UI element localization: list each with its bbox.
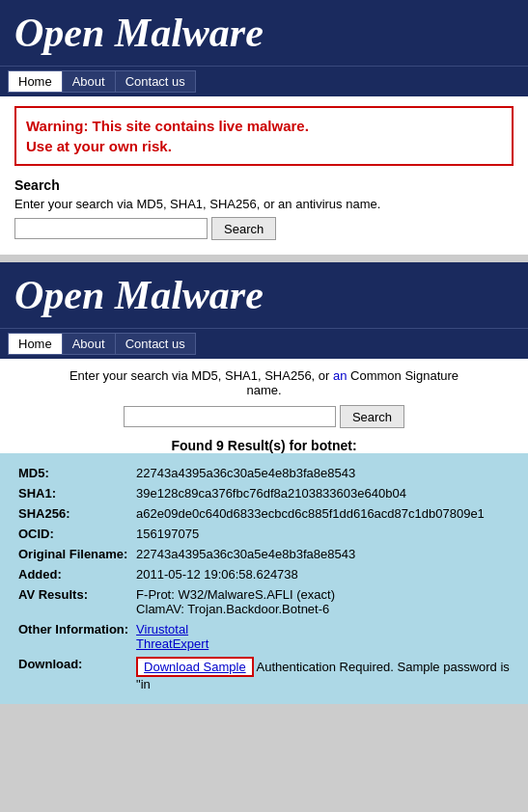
av-results-value: F-Prot: W32/MalwareS.AFLI (exact) ClamAV…	[132, 584, 514, 619]
virustotal-link[interactable]: Virustotal	[136, 622, 188, 636]
bottom-search-desc-text1: Enter your search via MD5, SHA1, SHA256,…	[69, 368, 333, 383]
added-label: Added:	[14, 564, 132, 584]
warning-line1: Warning: This site contains live malware…	[26, 116, 502, 136]
table-row: Added: 2011-05-12 19:06:58.624738	[14, 564, 514, 584]
table-row: MD5: 22743a4395a36c30a5e4e8b3fa8e8543	[14, 463, 514, 483]
top-search-row: Search	[14, 217, 514, 240]
bottom-search-desc: Enter your search via MD5, SHA1, SHA256,…	[14, 368, 514, 397]
table-row: AV Results: F-Prot: W32/MalwareS.AFLI (e…	[14, 584, 514, 619]
table-row: SHA256: a62e09de0c640d6833ecbcd6c885f1dd…	[14, 503, 514, 524]
sha256-value: a62e09de0c640d6833ecbcd6c885f1dd616acd87…	[132, 503, 514, 524]
bottom-search-row: Search	[14, 405, 514, 428]
other-info-value: Virustotal ThreatExpert	[132, 619, 514, 654]
bottom-section: Open Malware Home About Contact us Enter…	[0, 262, 528, 704]
bottom-site-title: Open Malware	[14, 272, 514, 318]
av-result-2: ClamAV: Trojan.Backdoor.Botnet-6	[136, 602, 510, 616]
bottom-nav-home[interactable]: Home	[8, 333, 63, 355]
bottom-search-input[interactable]	[124, 406, 336, 427]
top-content: Warning: This site contains live malware…	[0, 96, 528, 255]
bottom-search-button[interactable]: Search	[340, 405, 404, 428]
top-nav-contact[interactable]: Contact us	[116, 70, 196, 93]
bottom-content: Enter your search via MD5, SHA1, SHA256,…	[0, 359, 528, 453]
top-search-input[interactable]	[14, 218, 208, 239]
added-value: 2011-05-12 19:06:58.624738	[132, 564, 514, 584]
sha1-value: 39e128c89ca376fbc76df8a2103833603e640b04	[132, 483, 514, 503]
ocid-label: OCID:	[14, 524, 132, 544]
results-title: Found 9 Result(s) for botnet:	[14, 438, 514, 453]
sha256-label: SHA256:	[14, 503, 132, 524]
download-sample-button[interactable]: Download Sample	[136, 657, 254, 677]
sha1-label: SHA1:	[14, 483, 132, 503]
top-site-title: Open Malware	[14, 10, 514, 56]
download-label: Download:	[14, 654, 132, 694]
table-row: Original Filename: 22743a4395a36c30a5e4e…	[14, 544, 514, 564]
other-info-label: Other Information:	[14, 619, 132, 654]
av-result-1: F-Prot: W32/MalwareS.AFLI (exact)	[136, 587, 510, 602]
table-row: Download: Download Sample Authentication…	[14, 654, 514, 694]
top-search-button[interactable]: Search	[211, 217, 276, 240]
top-nav-bar: Home About Contact us	[0, 66, 528, 96]
table-row: Other Information: Virustotal ThreatExpe…	[14, 619, 514, 654]
result-table: MD5: 22743a4395a36c30a5e4e8b3fa8e8543 SH…	[14, 463, 514, 694]
bottom-search-an-link[interactable]: an	[333, 368, 347, 383]
top-search-label: Search	[14, 177, 514, 193]
ocid-value: 156197075	[132, 524, 514, 544]
bottom-nav-contact[interactable]: Contact us	[116, 333, 196, 355]
download-value: Download Sample Authentication Required.…	[132, 654, 514, 694]
top-site-header: Open Malware	[0, 0, 528, 66]
original-filename-label: Original Filename:	[14, 544, 132, 564]
bottom-nav-bar: Home About Contact us	[0, 328, 528, 359]
result-card: MD5: 22743a4395a36c30a5e4e8b3fa8e8543 SH…	[0, 453, 528, 704]
bottom-nav-about[interactable]: About	[63, 333, 116, 355]
top-nav-home[interactable]: Home	[8, 70, 63, 93]
md5-label: MD5:	[14, 463, 132, 483]
md5-value: 22743a4395a36c30a5e4e8b3fa8e8543	[132, 463, 514, 483]
table-row: SHA1: 39e128c89ca376fbc76df8a2103833603e…	[14, 483, 514, 503]
warning-box: Warning: This site contains live malware…	[14, 106, 514, 166]
bottom-site-header: Open Malware	[0, 262, 528, 328]
original-filename-value: 22743a4395a36c30a5e4e8b3fa8e8543	[132, 544, 514, 564]
threatexpert-link[interactable]: ThreatExpert	[136, 636, 208, 651]
top-nav-about[interactable]: About	[63, 70, 116, 93]
warning-line2: Use at your own risk.	[26, 136, 502, 156]
table-row: OCID: 156197075	[14, 524, 514, 544]
av-results-label: AV Results:	[14, 584, 132, 619]
top-search-description: Enter your search via MD5, SHA1, SHA256,…	[14, 197, 514, 211]
